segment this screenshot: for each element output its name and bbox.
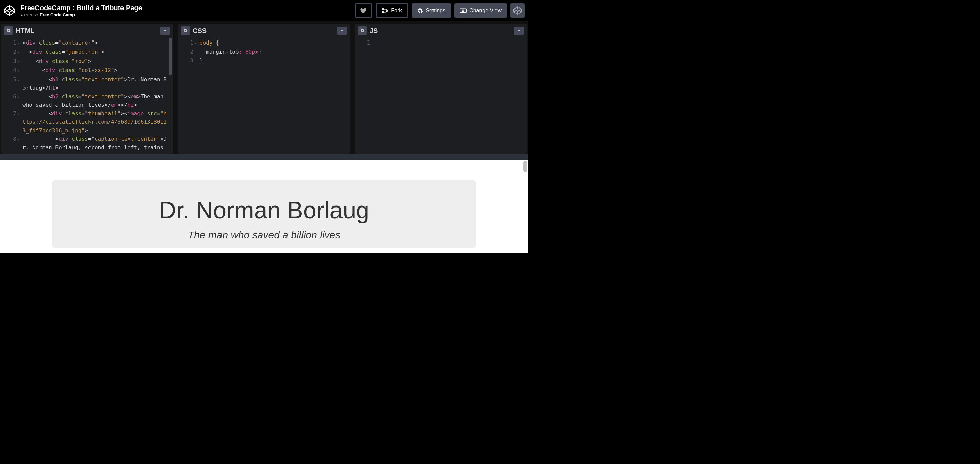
fold-toggle[interactable]: ▾	[18, 75, 22, 92]
line-number: 2	[2, 48, 18, 57]
code-line[interactable]: 1	[355, 38, 527, 47]
js-editor-title: JS	[369, 27, 514, 35]
html-editor-header: HTML	[2, 24, 173, 37]
preview-frame[interactable]: Dr. Norman Borlaug The man who saved a b…	[0, 160, 528, 253]
code-line[interactable]: 8▾ <div class="caption text-center">Dr. …	[2, 135, 173, 154]
gear-icon	[360, 28, 365, 33]
line-number: 6	[2, 92, 18, 109]
author-link[interactable]: Free Code Camp	[40, 12, 75, 17]
gear-icon	[417, 8, 423, 14]
fold-toggle	[372, 38, 376, 47]
code-content[interactable]: body {	[199, 38, 350, 48]
fold-toggle[interactable]: ▾	[18, 66, 22, 75]
line-number: 1	[2, 38, 18, 48]
html-collapse-button[interactable]	[160, 27, 170, 35]
line-number: 4	[2, 66, 18, 75]
preview-scrollbar-thumb[interactable]	[523, 160, 527, 172]
heart-button[interactable]	[355, 3, 372, 18]
css-settings-button[interactable]	[181, 26, 190, 35]
line-number: 1	[178, 38, 195, 48]
svg-point-5	[463, 10, 463, 11]
code-content[interactable]	[376, 38, 527, 47]
svg-point-1	[382, 11, 384, 13]
top-header: FreeCodeCamp : Build a Tribute Page A PE…	[0, 0, 528, 21]
code-line[interactable]: 6▾ <h2 class="text-center"><em>The man w…	[2, 92, 173, 109]
fork-button[interactable]: Fork	[375, 3, 408, 18]
fold-toggle[interactable]: ▾	[18, 57, 22, 66]
code-line[interactable]: 1▾body {	[178, 38, 350, 48]
byline-prefix: A PEN BY	[21, 13, 40, 17]
line-number: 3	[2, 57, 18, 66]
code-line[interactable]: 7▾ <div class="thumbnail"><image src="ht…	[2, 109, 173, 135]
fold-toggle[interactable]: ▾	[18, 135, 22, 154]
eye-icon	[460, 8, 466, 13]
scrollbar-thumb[interactable]	[169, 38, 172, 75]
js-settings-button[interactable]	[358, 26, 367, 35]
fold-toggle	[195, 56, 199, 65]
settings-button[interactable]: Settings	[412, 3, 451, 18]
preview-jumbotron: Dr. Norman Borlaug The man who saved a b…	[52, 180, 476, 248]
code-content[interactable]: <div class="caption text-center">Dr. Nor…	[22, 135, 173, 154]
profile-button[interactable]	[511, 3, 525, 18]
code-line[interactable]: 2 margin-top: 60px;	[178, 48, 350, 56]
html-code-area[interactable]: 1▾<div class="container">2▾ <div class="…	[2, 37, 173, 154]
js-code-area[interactable]: 1	[355, 37, 527, 154]
line-number: 1	[355, 38, 372, 47]
preview-subheading: The man who saved a billion lives	[66, 229, 462, 241]
code-content[interactable]: }	[199, 56, 350, 65]
fold-toggle[interactable]: ▾	[18, 109, 22, 135]
chevron-down-icon	[340, 29, 344, 32]
settings-label: Settings	[426, 8, 445, 14]
fold-toggle[interactable]: ▾	[195, 38, 199, 48]
code-line[interactable]: 4▾ <div class="col-xs-12">	[2, 66, 173, 75]
css-collapse-button[interactable]	[337, 27, 347, 35]
code-content[interactable]: <div class="row">	[22, 57, 173, 66]
code-line[interactable]: 1▾<div class="container">	[2, 38, 173, 48]
line-number: 3	[178, 56, 195, 65]
line-number: 2	[178, 48, 195, 56]
js-editor-header: JS	[355, 24, 527, 37]
line-number: 7	[2, 109, 18, 135]
line-number: 5	[2, 75, 18, 92]
fold-toggle[interactable]: ▾	[18, 48, 22, 57]
editors-row: HTML 1▾<div class="container">2▾ <div cl…	[0, 21, 528, 154]
code-content[interactable]: <div class="thumbnail"><image src="https…	[22, 109, 173, 135]
codepen-logo[interactable]	[3, 5, 16, 17]
code-content[interactable]: <div class="container">	[22, 38, 173, 48]
header-actions: Fork Settings Change View	[355, 3, 525, 18]
html-editor-title: HTML	[16, 27, 160, 35]
change-view-button[interactable]: Change View	[454, 3, 507, 18]
code-line[interactable]: 5▾ <h1 class="text-center">Dr. Norman Bo…	[2, 75, 173, 92]
fork-label: Fork	[391, 8, 402, 14]
css-editor-title: CSS	[192, 27, 337, 35]
gear-icon	[183, 28, 188, 33]
css-editor-pane: CSS 1▾body {2 margin-top: 60px;3}	[178, 24, 350, 154]
fold-toggle[interactable]: ▾	[18, 38, 22, 48]
code-line[interactable]: 3}	[178, 56, 350, 65]
chevron-down-icon	[517, 29, 521, 32]
html-editor-pane: HTML 1▾<div class="container">2▾ <div cl…	[2, 24, 173, 154]
fold-toggle[interactable]: ▾	[18, 92, 22, 109]
code-content[interactable]: <div class="jumbotron">	[22, 48, 173, 57]
fold-toggle	[195, 48, 199, 56]
heart-icon	[360, 8, 366, 13]
code-line[interactable]: 3▾ <div class="row">	[2, 57, 173, 66]
chevron-down-icon	[163, 29, 167, 32]
vertical-resizer[interactable]	[0, 154, 528, 160]
gear-icon	[6, 28, 11, 33]
js-editor-pane: JS 1	[355, 24, 527, 154]
code-line[interactable]: 2▾ <div class="jumbotron">	[2, 48, 173, 57]
code-content[interactable]: margin-top: 60px;	[199, 48, 350, 56]
code-content[interactable]: <h2 class="text-center"><em>The man who …	[22, 92, 173, 109]
pen-title[interactable]: FreeCodeCamp : Build a Tribute Page	[21, 4, 355, 12]
pen-byline: A PEN BY Free Code Camp	[21, 12, 355, 17]
code-content[interactable]: <div class="col-xs-12">	[22, 66, 173, 75]
js-collapse-button[interactable]	[514, 27, 524, 35]
html-settings-button[interactable]	[4, 26, 13, 35]
fork-icon	[382, 8, 388, 13]
css-editor-header: CSS	[178, 24, 350, 37]
code-content[interactable]: <h1 class="text-center">Dr. Norman Borla…	[22, 75, 173, 92]
line-number: 8	[2, 135, 18, 154]
css-code-area[interactable]: 1▾body {2 margin-top: 60px;3}	[178, 37, 350, 154]
preview-heading: Dr. Norman Borlaug	[66, 197, 462, 224]
